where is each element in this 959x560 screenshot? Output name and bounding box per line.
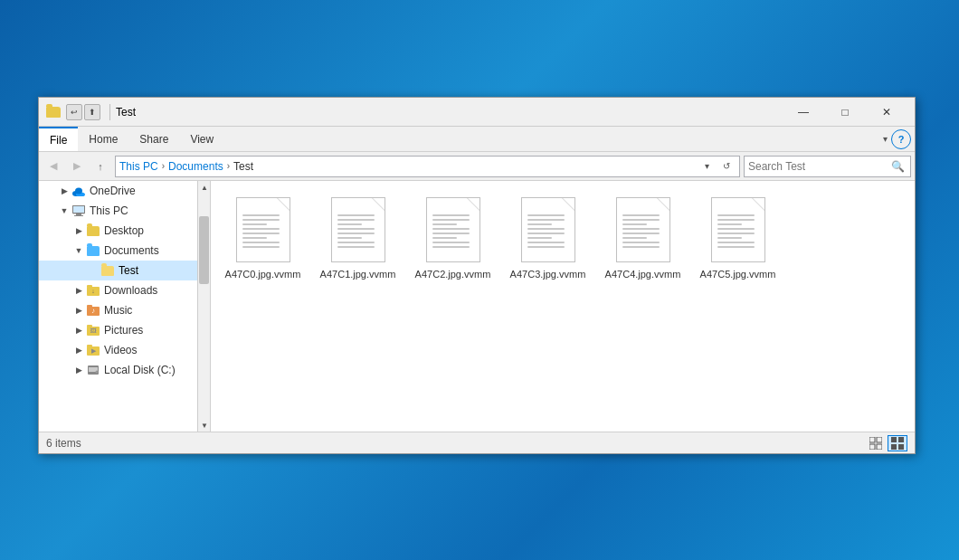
sidebar-scrollbar: ▲ ▼ <box>197 181 210 432</box>
breadcrumb-this-pc[interactable]: This PC <box>119 160 158 173</box>
desktop-folder-icon <box>86 223 100 238</box>
quick-btn-1[interactable]: ↩ <box>66 104 82 120</box>
address-dropdown-btn[interactable]: ▾ <box>698 157 716 176</box>
svg-point-2 <box>75 187 82 194</box>
sidebar-label-this-pc: This PC <box>90 204 128 217</box>
file-item-4[interactable]: A47C4.jpg.vvmm <box>600 190 686 288</box>
file-item-1[interactable]: A47C1.jpg.vvmm <box>315 190 401 288</box>
svg-rect-24 <box>869 444 875 450</box>
search-input[interactable] <box>748 160 888 173</box>
breadcrumb-sep-1: › <box>162 161 165 171</box>
sidebar-label-local-disk: Local Disk (C:) <box>104 364 176 376</box>
expand-arrow-pictures: ▶ <box>71 323 86 337</box>
svg-rect-22 <box>869 437 875 442</box>
title-separator <box>109 104 110 120</box>
file-item-5[interactable]: A47C5.jpg.vvmm <box>695 190 781 288</box>
sidebar-label-pictures: Pictures <box>104 324 143 337</box>
expand-arrow-this-pc: ▼ <box>57 204 71 218</box>
sidebar-item-pictures[interactable]: ▶ 🖼 Pictures <box>39 320 197 340</box>
item-count: 6 items <box>46 437 866 450</box>
sidebar-item-music[interactable]: ▶ ♪ Music <box>39 300 197 320</box>
maximize-button[interactable]: □ <box>824 98 866 127</box>
help-button[interactable]: ? <box>891 129 911 149</box>
file-item-0[interactable]: A47C0.jpg.vvmm <box>220 190 306 288</box>
refresh-button[interactable]: ↺ <box>717 157 736 176</box>
expand-ribbon-btn[interactable]: ▾ <box>883 134 888 144</box>
expand-arrow-downloads: ▶ <box>71 283 86 298</box>
menu-tab-share[interactable]: Share <box>128 127 179 151</box>
test-folder-icon <box>100 263 115 278</box>
music-folder-icon: ♪ <box>86 303 100 318</box>
file-name-2: A47C2.jpg.vvmm <box>415 268 491 280</box>
sidebar-label-onedrive: OneDrive <box>90 185 136 197</box>
expand-arrow-onedrive: ▶ <box>57 184 71 198</box>
list-view-btn[interactable] <box>888 435 907 451</box>
content-area: A47C0.jpg.vvmmA47C1.jpg.vvmmA47C2.jpg.vv… <box>211 181 915 432</box>
sidebar-label-desktop: Desktop <box>104 224 144 237</box>
pictures-folder-icon: 🖼 <box>86 323 100 337</box>
minimize-button[interactable]: — <box>783 98 824 127</box>
file-item-2[interactable]: A47C2.jpg.vvmm <box>410 190 496 288</box>
menu-tab-home[interactable]: Home <box>78 127 128 151</box>
svg-text:🖼: 🖼 <box>90 327 97 334</box>
expand-arrow-desktop: ▶ <box>71 223 86 238</box>
file-name-3: A47C3.jpg.vvmm <box>510 268 586 280</box>
quick-btn-2[interactable]: ⬆ <box>84 104 100 120</box>
search-icon[interactable]: 🔍 <box>888 157 907 176</box>
expand-arrow-test <box>86 263 100 278</box>
scroll-thumb[interactable] <box>199 216 209 284</box>
breadcrumb-documents[interactable]: Documents <box>168 160 223 173</box>
downloads-folder-icon: ↓ <box>86 283 100 298</box>
grid-view-btn[interactable] <box>866 435 886 451</box>
onedrive-icon <box>71 184 86 198</box>
back-button[interactable]: ◀ <box>43 156 64 177</box>
scroll-down-btn[interactable]: ▼ <box>198 419 211 432</box>
file-name-1: A47C1.jpg.vvmm <box>320 268 396 280</box>
file-icon-5 <box>711 197 765 262</box>
scroll-thumb-track <box>198 194 210 419</box>
status-bar: 6 items <box>39 432 915 453</box>
svg-rect-26 <box>891 437 897 442</box>
svg-rect-6 <box>74 215 83 216</box>
svg-rect-29 <box>898 444 904 450</box>
menu-tab-file[interactable]: File <box>39 127 78 151</box>
svg-point-21 <box>96 371 99 374</box>
menu-bar: File Home Share View ▾ ? <box>39 127 915 152</box>
videos-folder-icon: ▶ <box>86 343 100 357</box>
up-button[interactable]: ↑ <box>90 156 111 177</box>
address-bar[interactable]: This PC › Documents › Test ▾ ↺ <box>115 156 740 177</box>
file-icon-4 <box>616 197 670 262</box>
expand-arrow-documents: ▼ <box>71 243 86 258</box>
sidebar-label-test: Test <box>119 264 138 277</box>
svg-rect-28 <box>891 444 897 450</box>
sidebar-item-test[interactable]: Test <box>39 261 197 280</box>
svg-text:↓: ↓ <box>91 288 95 294</box>
search-bar[interactable]: 🔍 <box>744 156 911 177</box>
sidebar-item-documents[interactable]: ▼ Documents <box>39 241 197 261</box>
title-bar-folder-icon <box>46 105 61 119</box>
sidebar-item-local-disk[interactable]: ▶ Local Disk (C:) <box>39 360 197 380</box>
scroll-up-btn[interactable]: ▲ <box>198 181 211 194</box>
sidebar-item-this-pc[interactable]: ▼ This PC <box>39 201 197 221</box>
file-icon-0 <box>236 197 290 262</box>
file-icon-2 <box>426 197 480 262</box>
sidebar-item-downloads[interactable]: ▶ ↓ Downloads <box>39 280 197 300</box>
sidebar-item-videos[interactable]: ▶ ▶ Videos <box>39 340 197 360</box>
svg-rect-25 <box>877 444 882 450</box>
forward-button[interactable]: ▶ <box>66 156 88 177</box>
close-button[interactable]: ✕ <box>866 98 907 127</box>
sidebar-item-desktop[interactable]: ▶ Desktop <box>39 221 197 241</box>
sidebar-item-onedrive[interactable]: ▶ OneDrive <box>39 181 197 201</box>
svg-text:♪: ♪ <box>91 307 95 315</box>
window-title: Test <box>116 106 783 119</box>
computer-icon <box>71 204 86 218</box>
file-item-3[interactable]: A47C3.jpg.vvmm <box>505 190 591 288</box>
documents-folder-icon <box>86 243 100 258</box>
sidebar: ▶ OneDrive ▼ <box>39 181 211 432</box>
explorer-window: ↩ ⬆ Test — □ ✕ File Home Share View ▾ ? … <box>38 97 916 454</box>
menu-tab-view[interactable]: View <box>179 127 224 151</box>
window-controls: — □ ✕ <box>783 98 907 127</box>
expand-arrow-music: ▶ <box>71 303 86 318</box>
quick-access-toolbar: ↩ ⬆ <box>66 104 100 120</box>
svg-rect-5 <box>76 214 81 215</box>
